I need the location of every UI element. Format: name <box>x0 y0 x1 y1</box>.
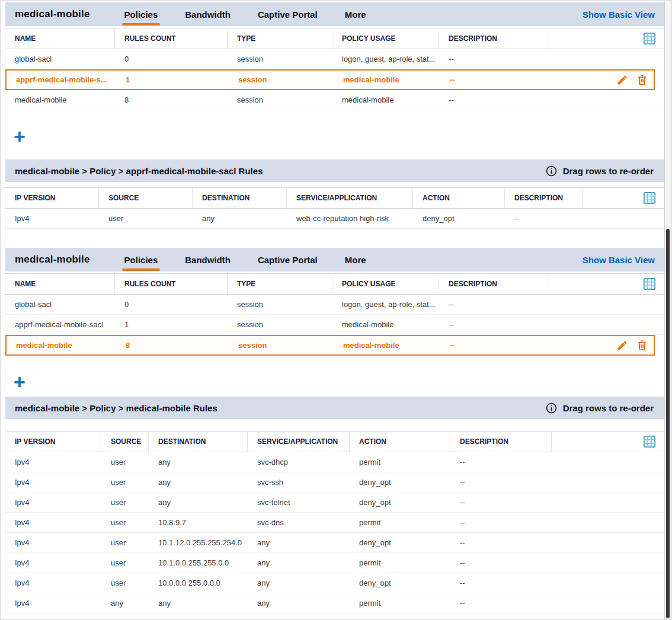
col-header-source: SOURCE <box>101 432 149 452</box>
rule-row[interactable]: Ipv4 any any any permit -- <box>5 593 664 613</box>
col-header-destination: DESTINATION <box>193 188 287 208</box>
tab-policies[interactable]: Policies <box>123 3 159 26</box>
col-header-action: ACTION <box>413 188 505 208</box>
scrollbar-handle[interactable] <box>666 229 670 618</box>
cell-description: -- <box>439 55 549 63</box>
show-basic-view-link[interactable]: Show Basic View <box>583 9 655 20</box>
cell-action: permit <box>350 599 450 608</box>
delete-trash-icon[interactable] <box>636 74 648 85</box>
cell-action: deny_opt <box>350 579 450 587</box>
cell-rules-count: 1 <box>115 320 228 329</box>
add-rule-row: + <box>5 613 664 620</box>
cell-service: any <box>248 599 350 608</box>
rule-row[interactable]: Ipv4 user 10.1.12.0 255.255.254.0 any de… <box>5 533 664 553</box>
drag-note: Drag rows to re-order <box>546 402 654 414</box>
cell-action: deny_opt <box>350 498 450 507</box>
cell-action: permit <box>350 458 450 466</box>
col-header-ip-version: IP VERSION <box>5 188 99 208</box>
rules-table-header: IP VERSION SOURCE DESTINATION SERVICE/AP… <box>5 187 664 209</box>
cell-service: svc-dns <box>248 518 350 527</box>
info-icon[interactable] <box>546 402 557 414</box>
cell-rules-count: 8 <box>115 95 228 104</box>
profile-title: medical-mobile <box>15 254 90 266</box>
table-columns-icon[interactable] <box>643 32 656 45</box>
table-columns-icon[interactable] <box>643 191 656 204</box>
add-policy-row: + <box>5 110 664 151</box>
profile-title: medical-mobile <box>15 8 90 20</box>
cell-rules-count: 1 <box>116 75 229 84</box>
delete-trash-icon[interactable] <box>636 340 648 351</box>
cell-description: -- <box>450 599 551 608</box>
rule-row[interactable]: Ipv4 user any svc-dhcp permit -- <box>5 452 664 472</box>
rules-section-bar: medical-mobile > Policy > medical-mobile… <box>5 397 664 419</box>
table-columns-icon[interactable] <box>643 277 656 290</box>
cell-policy-usage: medical-mobile <box>332 95 439 104</box>
cell-destination: 10.8.9.7 <box>149 518 248 527</box>
tab-bandwidth[interactable]: Bandwidth <box>184 248 232 271</box>
policies-table-header: NAME RULES COUNT TYPE POLICY USAGE DESCR… <box>5 28 664 49</box>
cell-description: -- <box>440 75 550 84</box>
cell-description: -- <box>450 458 551 466</box>
policies-table-header: NAME RULES COUNT TYPE POLICY USAGE DESCR… <box>5 273 664 295</box>
rule-row[interactable]: Ipv4 user any svc-telnet deny_opt -- <box>5 493 664 513</box>
edit-pencil-icon[interactable] <box>616 340 628 351</box>
add-policy-button[interactable]: + <box>14 373 25 390</box>
show-basic-view-link[interactable]: Show Basic View <box>583 255 655 265</box>
rule-row[interactable]: Ipv4 user any web-cc-reputation high-ris… <box>5 209 664 229</box>
policy-row[interactable]: medical-mobile 8 session medical-mobile … <box>5 90 664 110</box>
policy-row[interactable]: apprf-medical-mobile-sacl 1 session medi… <box>5 315 664 335</box>
policy-row[interactable]: global-sacl 0 session logon, guest, ap-r… <box>5 49 664 69</box>
tab-captive-portal[interactable]: Captive Portal <box>257 3 319 26</box>
rule-row[interactable]: Ipv4 user 10.1.0.0 255.255.0.0 any permi… <box>5 553 664 573</box>
cell-type: session <box>228 320 332 329</box>
rules-section-bar: medical-mobile > Policy > apprf-medical-… <box>5 159 664 182</box>
policies-table: NAME RULES COUNT TYPE POLICY USAGE DESCR… <box>5 273 664 356</box>
col-header-type: TYPE <box>228 28 332 49</box>
rule-row[interactable]: Ipv4 user 10.8.9.7 svc-dns permit -- <box>5 513 664 533</box>
table-columns-icon[interactable] <box>643 435 656 448</box>
cell-policy-usage: medical-mobile <box>334 341 440 350</box>
cell-service: any <box>248 579 350 587</box>
tab-bar: medical-mobile Policies Bandwidth Captiv… <box>5 248 664 271</box>
cell-action: deny_opt <box>350 478 450 487</box>
info-icon[interactable] <box>546 165 557 177</box>
policy-row-selected[interactable]: medical-mobile 8 session medical-mobile … <box>5 335 655 356</box>
add-policy-button[interactable]: + <box>14 128 25 145</box>
cell-service: any <box>248 558 350 567</box>
col-header-rules-count: RULES COUNT <box>115 28 228 49</box>
rules-table: IP VERSION SOURCE DESTINATION SERVICE/AP… <box>5 431 664 613</box>
tab-more[interactable]: More <box>344 3 367 26</box>
cell-service: web-cc-reputation high-risk <box>287 214 413 223</box>
row-actions <box>616 74 654 86</box>
tab-bar: medical-mobile Policies Bandwidth Captiv… <box>5 2 664 26</box>
cell-ip-version: Ipv4 <box>5 558 101 567</box>
policies-table: NAME RULES COUNT TYPE POLICY USAGE DESCR… <box>5 28 664 110</box>
cell-description: -- <box>505 214 582 223</box>
tab-policies[interactable]: Policies <box>123 248 159 271</box>
policy-row[interactable]: global-sacl 0 session logon, guest, ap-r… <box>5 295 664 315</box>
rules-breadcrumb: medical-mobile > Policy > apprf-medical-… <box>15 166 263 176</box>
cell-ip-version: Ipv4 <box>5 579 101 587</box>
cell-ip-version: Ipv4 <box>5 214 99 223</box>
cell-ip-version: Ipv4 <box>5 498 101 507</box>
edit-pencil-icon[interactable] <box>616 74 628 86</box>
tab-more[interactable]: More <box>344 248 367 271</box>
policy-panel-bottom: medical-mobile Policies Bandwidth Captiv… <box>5 248 664 620</box>
rules-table-header: IP VERSION SOURCE DESTINATION SERVICE/AP… <box>5 431 664 452</box>
cell-destination: any <box>193 214 287 223</box>
rules-table: IP VERSION SOURCE DESTINATION SERVICE/AP… <box>5 187 664 229</box>
rule-row[interactable]: Ipv4 user 10.0.0.0 255.0.0.0 any deny_op… <box>5 573 664 593</box>
col-header-description: DESCRIPTION <box>505 188 582 208</box>
tab-bandwidth[interactable]: Bandwidth <box>184 3 232 26</box>
cell-name: apprf-medical-mobile-s... <box>7 75 116 84</box>
vertical-scrollbar[interactable] <box>664 1 671 619</box>
col-header-description: DESCRIPTION <box>450 432 551 452</box>
cell-description: -- <box>450 478 551 487</box>
tab-captive-portal[interactable]: Captive Portal <box>257 248 319 271</box>
policy-row-selected[interactable]: apprf-medical-mobile-s... 1 session medi… <box>5 69 655 90</box>
column-settings-cell <box>582 188 664 208</box>
cell-type: session <box>229 75 334 84</box>
rule-row[interactable]: Ipv4 user any svc-ssh deny_opt -- <box>5 472 664 493</box>
cell-service: svc-dhcp <box>248 458 350 466</box>
cell-source: user <box>101 478 149 487</box>
